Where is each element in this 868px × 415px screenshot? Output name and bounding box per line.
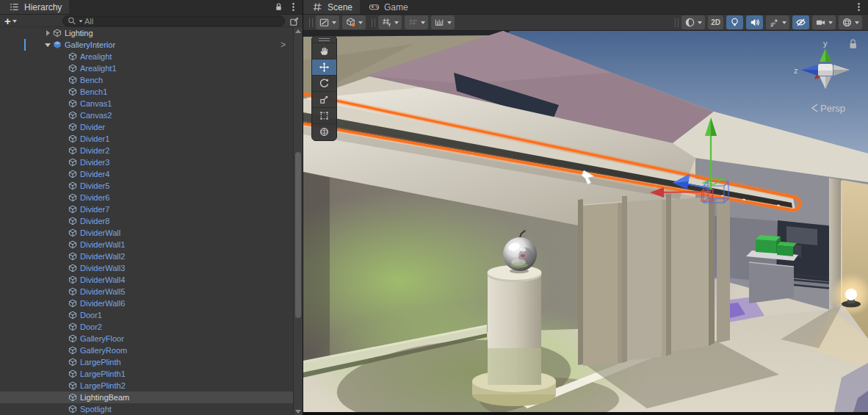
hierarchy-item-Bench[interactable]: Bench [0,74,293,86]
scale-tool[interactable] [312,91,336,107]
hierarchy-item-DividerWall6[interactable]: DividerWall6 [0,297,293,309]
hierarchy-item-Divider3[interactable]: Divider3 [0,156,293,168]
prefab-cube-icon [68,358,77,367]
item-label: Divider6 [80,193,109,202]
search-input[interactable] [84,17,281,26]
chevron-down-icon [358,21,363,24]
prefab-cube-icon [68,334,77,343]
scroll-up-icon[interactable] [294,27,303,35]
kebab-menu-icon[interactable] [852,1,865,14]
scene-visibility-button[interactable] [792,15,809,29]
scroll-down-icon[interactable] [294,408,303,415]
hierarchy-scrollbar[interactable] [293,27,303,415]
hierarchy-item-Divider7[interactable]: Divider7 [0,203,293,215]
foldout-collapsed-icon[interactable] [43,30,53,36]
hierarchy-item-Spotlight[interactable]: Spotlight [0,403,293,415]
hierarchy-item-Divider8[interactable]: Divider8 [0,215,293,227]
gizmo-selection-button[interactable] [342,15,366,29]
hierarchy-item-Divider[interactable]: Divider [0,121,293,133]
hierarchy-item-DividerWall1[interactable]: DividerWall1 [0,239,293,250]
hierarchy-item-Door2[interactable]: Door2 [0,321,293,333]
tab-scene[interactable]: Scene [303,0,360,14]
toolbar-drag-handle[interactable] [309,18,313,27]
draw-mode-button[interactable] [681,15,705,29]
create-object-button[interactable]: + [4,15,17,27]
hierarchy-item-LightingBeam[interactable]: LightingBeam [0,391,293,403]
scene-audio-button[interactable] [746,15,763,29]
hierarchy-item-DividerWall[interactable]: DividerWall [0,227,293,239]
tab-game[interactable]: Game [360,0,416,14]
chevron-down-icon [394,21,399,24]
hierarchy-item-LargePlinth2[interactable]: LargePlinth2 [0,380,293,391]
scrollbar-thumb[interactable] [295,152,301,318]
hierarchy-item-DividerWall2[interactable]: DividerWall2 [0,250,293,262]
hierarchy-item-DividerWall5[interactable]: DividerWall5 [0,286,293,297]
view-tool[interactable] [312,43,336,59]
hierarchy-item-Canvas2[interactable]: Canvas2 [0,109,293,121]
hierarchy-item-Arealight[interactable]: Arealight [0,51,293,62]
hierarchy-item-Arealight1[interactable]: Arealight1 [0,62,293,74]
gizmos-button[interactable] [839,15,862,29]
prefab-cube-icon [68,52,77,61]
prefab-cube-icon [68,158,77,167]
item-label: DividerWall6 [80,299,125,308]
scene-render[interactable]: y z Persp [303,31,868,415]
hierarchy-item-Divider4[interactable]: Divider4 [0,168,293,180]
grid-snapping-button[interactable] [405,15,428,29]
toolbar-drag-handle[interactable] [675,18,679,27]
prefab-cube-icon [68,311,77,320]
rotate-tool[interactable] [312,75,336,91]
hierarchy-item-DividerWall3[interactable]: DividerWall3 [0,262,293,274]
panel-divider[interactable] [303,0,303,415]
hierarchy-item-Door1[interactable]: Door1 [0,309,293,321]
hierarchy-item-Divider6[interactable]: Divider6 [0,192,293,203]
grid-visibility-button[interactable] [378,15,402,29]
hierarchy-item-GalleryRoom[interactable]: GalleryRoom [0,344,293,356]
rect-tool[interactable] [312,107,336,123]
axis-z-label: z [794,66,798,75]
projection-label[interactable]: Persp [820,103,845,114]
kebab-menu-icon[interactable] [286,1,300,14]
item-label: Divider2 [80,146,109,155]
scene-lighting-button[interactable] [726,15,743,29]
view-2d-button[interactable]: 2D [708,15,723,29]
toolbar-drag-handle[interactable] [372,18,375,27]
effects-icon [769,17,780,28]
camera-settings-button[interactable] [812,15,836,29]
tab-hierarchy[interactable]: Hierarchy [0,0,69,14]
hierarchy-search-field[interactable] [62,15,285,26]
hierarchy-item-GalleryFloor[interactable]: GalleryFloor [0,333,293,344]
scene-effects-button[interactable] [766,15,789,29]
open-prefab-arrow-icon[interactable]: > [281,40,286,50]
tab-label: Game [384,2,408,12]
item-label: Canvas2 [80,111,112,120]
item-label: Bench [80,76,103,84]
gizmo-sphere-icon [842,17,853,28]
hierarchy-item-Divider1[interactable]: Divider1 [0,133,293,145]
prefab-cube-icon [68,381,77,390]
hierarchy-item-DividerWall4[interactable]: DividerWall4 [0,274,293,286]
foldout-expanded-icon[interactable] [43,43,53,47]
palette-drag-handle[interactable] [312,36,336,43]
eye-slash-icon [795,17,806,28]
item-label: LargePlinth1 [80,369,126,378]
hierarchy-item-Divider2[interactable]: Divider2 [0,145,293,156]
hierarchy-item-Lighting[interactable]: Lighting [0,27,293,39]
hierarchy-item-Divider5[interactable]: Divider5 [0,180,293,192]
hierarchy-item-LargePlinth1[interactable]: LargePlinth1 [0,368,293,380]
item-label: Divider7 [80,205,109,214]
hierarchy-item-LargePlinth[interactable]: LargePlinth [0,356,293,368]
search-icon [67,16,77,26]
transform-tool[interactable] [312,123,336,140]
debug-draw-mode-button[interactable] [316,15,339,29]
hierarchy-item-GalleryInterior[interactable]: GalleryInterior> [0,39,293,51]
increment-snap-button[interactable] [431,15,455,29]
hierarchy-item-Bench1[interactable]: Bench1 [0,86,293,98]
lock-icon[interactable] [272,1,285,14]
picker-window-icon[interactable] [287,15,300,28]
audio-icon [749,17,760,28]
prefab-cube-icon [68,393,77,402]
move-tool[interactable] [312,59,336,75]
hierarchy-item-Canvas1[interactable]: Canvas1 [0,98,293,109]
scene-viewport[interactable]: y z Persp [303,31,868,415]
